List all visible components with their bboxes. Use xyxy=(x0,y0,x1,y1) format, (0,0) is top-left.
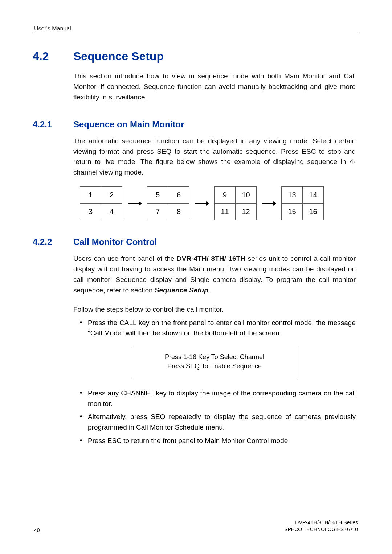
cell: 10 xyxy=(236,187,257,204)
section-4-2-1-body: The automatic sequence function can be d… xyxy=(73,136,356,221)
page-footer: 40 DVR-4TH/8TH/16TH Series SPECO TECHNOL… xyxy=(34,519,358,533)
svg-marker-1 xyxy=(139,201,142,206)
section-heading-4-2: 4.2 Sequence Setup xyxy=(33,50,359,63)
channel-grid-2: 56 78 xyxy=(147,186,189,220)
section-4-2-body: This section introduce how to view in se… xyxy=(73,71,356,103)
cell: 7 xyxy=(147,204,168,220)
list-item: Alternatively, press SEQ repeatedly to d… xyxy=(80,412,356,433)
message-box: Press 1-16 Key To Select Channel Press S… xyxy=(131,346,298,378)
bullet-list: Press the CALL key on the front panel to… xyxy=(80,318,356,339)
cell: 3 xyxy=(80,204,101,220)
cell: 2 xyxy=(101,187,122,204)
sequence-figure: 12 34 56 78 910 1112 1314 1516 xyxy=(80,186,356,220)
subsection-heading-4-2-1: 4.2.1 Sequence on Main Monitor xyxy=(33,119,359,130)
svg-marker-3 xyxy=(206,201,209,206)
cell: 5 xyxy=(147,187,168,204)
channel-grid-4: 1314 1516 xyxy=(281,186,324,220)
channel-grid-3: 910 1112 xyxy=(214,186,257,220)
bullet-list: Press any CHANNEL key to display the ima… xyxy=(80,388,356,446)
list-item: Press any CHANNEL key to display the ima… xyxy=(80,388,356,409)
footer-right: DVR-4TH/8TH/16TH Series SPECO TECHNOLOGI… xyxy=(284,519,358,533)
subsection-title: Sequence on Main Monitor xyxy=(73,119,184,130)
subsection-number: 4.2.2 xyxy=(33,237,73,247)
paragraph: Users can use front panel of the DVR-4TH… xyxy=(73,254,356,296)
cell: 13 xyxy=(282,187,303,204)
arrow-right-icon xyxy=(262,200,276,207)
cell: 4 xyxy=(101,204,122,220)
page: User's Manual 4.2 Sequence Setup This se… xyxy=(0,0,392,554)
section-title: Sequence Setup xyxy=(73,50,164,63)
list-item: Press the CALL key on the front panel to… xyxy=(80,318,356,339)
paragraph: The automatic sequence function can be d… xyxy=(73,136,356,178)
section-number: 4.2 xyxy=(33,50,73,63)
running-header: User's Manual xyxy=(34,25,358,34)
subsection-number: 4.2.1 xyxy=(33,119,73,130)
cell: 8 xyxy=(168,204,189,220)
cell: 1 xyxy=(80,187,101,204)
cell: 16 xyxy=(303,204,324,220)
arrow-right-icon xyxy=(195,200,209,207)
subsection-title: Call Monitor Control xyxy=(73,237,157,247)
cell: 14 xyxy=(303,187,324,204)
cell: 12 xyxy=(236,204,257,220)
cell: 15 xyxy=(282,204,303,220)
section-4-2-2-body: Users can use front panel of the DVR-4TH… xyxy=(73,254,356,446)
page-number: 40 xyxy=(34,527,40,533)
text-span: . xyxy=(208,286,210,294)
arrow-right-icon xyxy=(127,200,142,207)
model-name: DVR-4TH/ 8TH/ 16TH xyxy=(177,255,245,262)
cell: 9 xyxy=(215,187,236,204)
subsection-heading-4-2-2: 4.2.2 Call Monitor Control xyxy=(33,237,359,247)
list-item: Press ESC to return the front panel to M… xyxy=(80,436,356,446)
message-line-2: Press SEQ To Enable Sequence xyxy=(135,362,294,371)
message-line-1: Press 1-16 Key To Select Channel xyxy=(135,353,294,362)
follow-steps-text: Follow the steps below to control the ca… xyxy=(73,304,356,315)
cell: 6 xyxy=(168,187,189,204)
svg-marker-5 xyxy=(273,201,276,206)
cell: 11 xyxy=(215,204,236,220)
section-reference: Sequence Setup xyxy=(155,286,208,294)
channel-grid-1: 12 34 xyxy=(80,186,122,220)
footer-line-1: DVR-4TH/8TH/16TH Series xyxy=(284,519,358,526)
footer-line-2: SPECO TECHNOLOGIES 07/10 xyxy=(284,526,358,533)
text-span: Users can use front panel of the xyxy=(73,255,177,262)
intro-paragraph: This section introduce how to view in se… xyxy=(73,71,356,103)
